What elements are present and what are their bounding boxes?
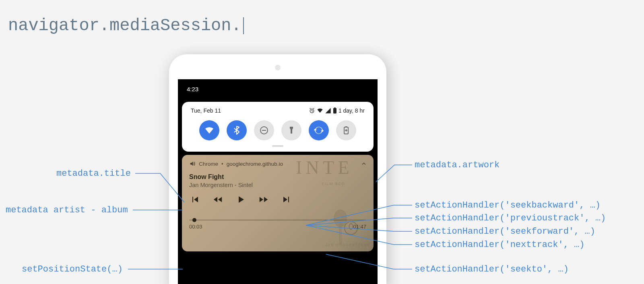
battery-remaining-text: 1 day, 8 hr bbox=[339, 107, 365, 114]
svg-rect-6 bbox=[345, 126, 347, 128]
quick-settings-tiles bbox=[188, 119, 367, 140]
header-code: navigator.mediaSession. bbox=[8, 16, 244, 35]
collapse-button[interactable] bbox=[361, 161, 367, 169]
status-bar: 4:23 bbox=[178, 79, 378, 99]
quick-settings-date: Tue, Feb 11 bbox=[191, 107, 221, 114]
anno-previoustrack: setActionHandler('previoustrack', …) bbox=[415, 213, 606, 223]
svg-rect-1 bbox=[333, 108, 336, 114]
anno-metadata-artwork: metadata.artwork bbox=[415, 160, 500, 170]
artwork-emblem-icon bbox=[344, 221, 358, 235]
rotate-icon bbox=[314, 126, 324, 135]
previous-track-button[interactable] bbox=[190, 195, 200, 206]
volume-icon bbox=[189, 161, 196, 167]
header-code-text: navigator.mediaSession. bbox=[8, 16, 242, 35]
phone-screen: 4:23 Tue, Feb 11 1 day, 8 hr bbox=[178, 79, 378, 284]
flashlight-icon bbox=[287, 126, 296, 135]
svg-text:JAN MORGENSTERN: JAN MORGENSTERN bbox=[326, 243, 370, 247]
status-time: 4:23 bbox=[187, 86, 198, 93]
anno-seekto: setActionHandler('seekto', …) bbox=[415, 264, 569, 274]
qs-tile-flashlight[interactable] bbox=[281, 120, 301, 140]
media-source-app: Chrome bbox=[199, 161, 218, 167]
anno-nexttrack: setActionHandler('nexttrack', …) bbox=[415, 240, 584, 250]
quick-settings-status-icons: 1 day, 8 hr bbox=[309, 107, 365, 114]
media-subtitle: Jan Morgenstern - Sintel bbox=[189, 182, 366, 188]
media-source-host: googlechrome.github.io bbox=[227, 161, 283, 167]
media-source-row: Chrome • googlechrome.github.io bbox=[189, 161, 366, 167]
anno-set-position-state: setPositionState(…) bbox=[22, 264, 123, 274]
dnd-icon bbox=[259, 126, 269, 135]
fast-forward-icon bbox=[258, 195, 269, 204]
anno-metadata-title: metadata.title bbox=[56, 169, 131, 179]
bluetooth-icon bbox=[232, 126, 242, 135]
play-button[interactable] bbox=[236, 195, 246, 206]
signal-icon bbox=[325, 107, 331, 114]
skip-next-icon bbox=[282, 195, 291, 204]
fast-rewind-icon bbox=[213, 195, 223, 204]
anno-seekbackward: setActionHandler('seekbackward', …) bbox=[415, 200, 601, 210]
time-elapsed: 00:03 bbox=[189, 224, 202, 230]
qs-tile-autorotate[interactable] bbox=[309, 120, 329, 140]
forward-button[interactable] bbox=[258, 195, 269, 206]
media-controls bbox=[189, 195, 366, 206]
quick-settings-panel: Tue, Feb 11 1 day, 8 hr bbox=[182, 102, 374, 152]
play-icon bbox=[236, 195, 246, 204]
alarm-icon bbox=[309, 107, 315, 114]
wifi-icon bbox=[204, 126, 214, 135]
progress-thumb[interactable] bbox=[192, 218, 196, 222]
wifi-icon bbox=[317, 107, 323, 114]
quick-settings-header: Tue, Feb 11 1 day, 8 hr bbox=[188, 107, 367, 119]
anno-metadata-artist-album: metadata artist - album bbox=[6, 205, 128, 215]
phone-speaker bbox=[275, 65, 281, 70]
svg-rect-2 bbox=[334, 107, 335, 108]
media-source-sep: • bbox=[221, 161, 223, 167]
skip-previous-icon bbox=[190, 195, 200, 204]
media-times: 00:03 01:47 bbox=[189, 224, 366, 230]
next-track-button[interactable] bbox=[282, 195, 291, 206]
media-title: Snow Fight bbox=[189, 173, 366, 181]
qs-tile-wifi[interactable] bbox=[199, 120, 219, 140]
qs-tile-dnd[interactable] bbox=[254, 120, 274, 140]
quick-settings-drag-handle[interactable] bbox=[272, 145, 283, 147]
media-progress: 00:03 01:47 bbox=[189, 220, 366, 230]
phone-mockup: 4:23 Tue, Feb 11 1 day, 8 hr bbox=[169, 54, 386, 284]
chevron-up-icon bbox=[361, 161, 367, 167]
anno-seekforward: setActionHandler('seekforward', …) bbox=[415, 226, 595, 237]
battery-icon bbox=[333, 107, 337, 114]
battery-saver-icon bbox=[341, 126, 351, 135]
media-notification: INTE FILM SCO JAN MORGENSTERN Chrome • g… bbox=[182, 155, 374, 251]
progress-track[interactable] bbox=[189, 220, 366, 220]
text-cursor bbox=[243, 17, 244, 34]
rewind-button[interactable] bbox=[213, 195, 223, 206]
qs-tile-bluetooth[interactable] bbox=[227, 120, 247, 140]
qs-tile-battery-saver[interactable] bbox=[336, 120, 356, 140]
